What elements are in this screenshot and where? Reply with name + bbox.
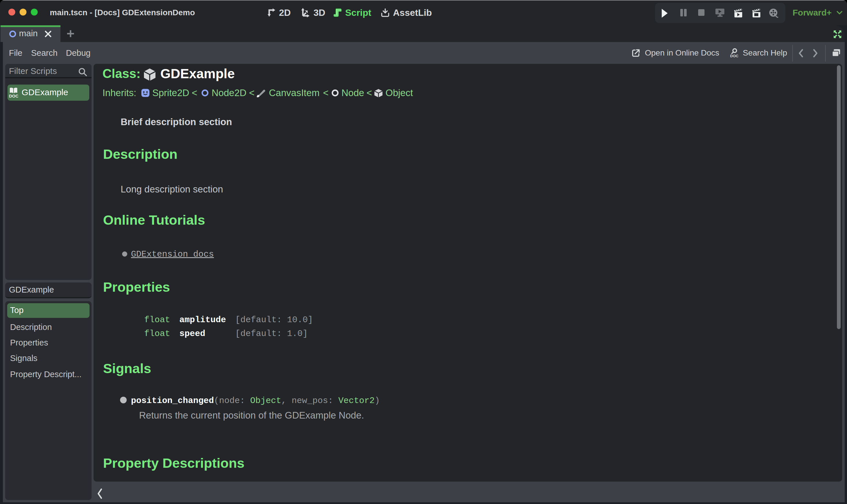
svg-text:DOC: DOC — [9, 93, 18, 98]
svg-text:DOC: DOC — [730, 54, 739, 58]
